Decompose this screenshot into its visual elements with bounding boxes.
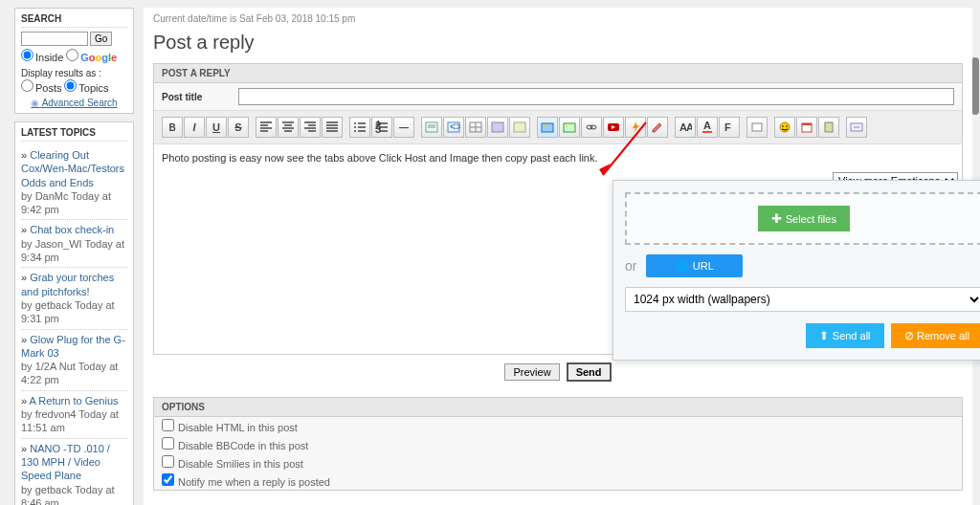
option-row: Disable BBCode in this post (154, 435, 962, 453)
search-go-button[interactable]: Go (90, 32, 112, 46)
results-as-posts[interactable]: Posts (21, 82, 62, 94)
select-files-button[interactable]: ✚ Select files (758, 206, 850, 231)
preview-button[interactable]: Preview (504, 363, 559, 381)
list-ol-button[interactable]: 123 (371, 117, 392, 138)
main-content: Current date/time is Sat Feb 03, 2018 10… (144, 8, 972, 505)
topic-meta: by getback Today at 9:31 pm (21, 299, 115, 324)
svg-rect-24 (752, 123, 762, 131)
search-scope-inside[interactable]: Inside (21, 52, 63, 63)
options-header: OPTIONS (154, 398, 962, 417)
svg-rect-11 (514, 122, 525, 132)
svg-point-1 (354, 126, 356, 128)
topic-meta: by getback Today at 8:46 am (21, 484, 115, 505)
svg-point-26 (782, 125, 784, 127)
italic-button[interactable]: I (184, 117, 205, 138)
svg-point-2 (354, 130, 356, 132)
option-row: Notify me when a reply is posted (154, 472, 962, 490)
quote-button[interactable] (421, 117, 442, 138)
send-all-button[interactable]: ⬆ Send all (806, 323, 883, 348)
url-button[interactable]: 🌐 URL (646, 254, 742, 277)
topic-link[interactable]: A Return to Genius (30, 395, 119, 406)
topic-item: » A Return to Geniusby fredvon4 Today at… (21, 390, 127, 438)
date-button[interactable] (796, 117, 817, 138)
svg-rect-29 (802, 123, 812, 125)
code-button[interactable]: <> (443, 117, 464, 138)
topic-link[interactable]: Clearing Out Cox/Wen-Mac/Testors Odds an… (21, 149, 124, 188)
latest-topics-box: LATEST TOPICS » Clearing Out Cox/Wen-Mac… (14, 121, 134, 505)
list-ul-button[interactable] (349, 117, 370, 138)
latest-topics-title: LATEST TOPICS (21, 127, 127, 142)
post-title-input[interactable] (238, 88, 954, 105)
option-checkbox[interactable]: Disable HTML in this post (162, 422, 298, 433)
topic-meta: by Jason_WI Today at 9:34 pm (21, 238, 124, 263)
or-label: or (625, 258, 636, 274)
topic-link[interactable]: Grab your torches and pitchforks! (21, 272, 114, 296)
align-center-button[interactable] (278, 117, 299, 138)
svg-rect-12 (542, 123, 553, 132)
edit-button[interactable] (647, 117, 668, 138)
search-scope-google[interactable]: Google (66, 52, 117, 63)
svg-rect-22 (702, 131, 712, 133)
topic-link[interactable]: NANO -TD .010 / 130 MPH / Video Speed Pl… (21, 443, 110, 482)
options-box: OPTIONS Disable HTML in this postDisable… (153, 397, 963, 491)
table-button[interactable] (465, 117, 486, 138)
link-button[interactable] (581, 117, 602, 138)
host-image-button[interactable] (537, 117, 558, 138)
svg-text:A: A (703, 121, 711, 131)
underline-button[interactable]: U (206, 117, 227, 138)
option-checkbox[interactable]: Disable BBCode in this post (162, 440, 308, 451)
svg-point-15 (566, 125, 568, 127)
search-title: SEARCH (21, 13, 127, 28)
editor-toolbar: B I U S 123 — <> AA A F (154, 111, 962, 143)
post-reply-header: POST A REPLY (154, 64, 962, 83)
bold-button[interactable]: B (162, 117, 183, 138)
post-title-label: Post title (162, 92, 238, 102)
option-row: Disable HTML in this post (154, 417, 962, 435)
insert-image-button[interactable] (559, 117, 580, 138)
topic-meta: by 1/2A Nut Today at 4:22 pm (21, 361, 118, 385)
font-color-button[interactable]: A (697, 117, 718, 138)
hr-button[interactable]: — (393, 117, 414, 138)
display-results-label: Display results as : (21, 68, 127, 78)
svg-text:F: F (724, 121, 731, 133)
topic-item: » Chat box check-inby Jason_WI Today at … (21, 219, 127, 267)
current-datetime: Current date/time is Sat Feb 03, 2018 10… (153, 11, 963, 26)
image-size-select[interactable]: 1024 px width (wallpapers) (625, 287, 980, 312)
send-button[interactable]: Send (567, 362, 612, 382)
switch-mode-button[interactable] (846, 117, 867, 138)
youtube-button[interactable] (603, 117, 624, 138)
svg-point-17 (590, 125, 596, 129)
svg-rect-14 (564, 123, 575, 132)
results-as-topics[interactable]: Topics (64, 82, 108, 94)
spoiler-button[interactable] (487, 117, 508, 138)
upload-popup: ✚ Select files or 🌐 URL 1024 px width (w… (612, 180, 980, 361)
option-checkbox[interactable]: Disable Smilies in this post (162, 458, 303, 470)
align-left-button[interactable] (256, 117, 277, 138)
strike-button[interactable]: S (228, 117, 249, 138)
topic-link[interactable]: Glow Plug for the G-Mark 03 (21, 334, 125, 359)
hidden-button[interactable] (509, 117, 530, 138)
search-input[interactable] (21, 32, 88, 46)
topic-link[interactable]: Chat box check-in (30, 224, 114, 235)
font-family-button[interactable]: F (719, 117, 740, 138)
advanced-search-link[interactable]: Advanced Search (21, 98, 127, 108)
remove-all-button[interactable]: ⊘ Remove all (891, 323, 980, 348)
emoji-button[interactable] (774, 117, 795, 138)
align-justify-button[interactable] (322, 117, 343, 138)
other-button[interactable] (746, 117, 768, 138)
flash-button[interactable] (625, 117, 646, 138)
drop-zone[interactable]: ✚ Select files (625, 192, 980, 245)
page-title: Post a reply (153, 32, 963, 54)
align-right-button[interactable] (300, 117, 321, 138)
svg-rect-30 (825, 122, 833, 132)
svg-rect-10 (492, 122, 503, 132)
svg-point-13 (544, 125, 546, 127)
option-checkbox[interactable]: Notify me when a reply is posted (162, 476, 330, 488)
topic-item: » Glow Plug for the G-Mark 03by 1/2A Nut… (21, 329, 127, 390)
font-size-button[interactable]: AA (675, 117, 696, 138)
option-row: Disable Smilies in this post (154, 453, 962, 472)
paste-button[interactable] (818, 117, 839, 138)
topic-meta: by fredvon4 Today at 11:51 am (21, 408, 119, 433)
main-scrollbar[interactable] (971, 57, 979, 115)
svg-text:A: A (686, 121, 692, 133)
